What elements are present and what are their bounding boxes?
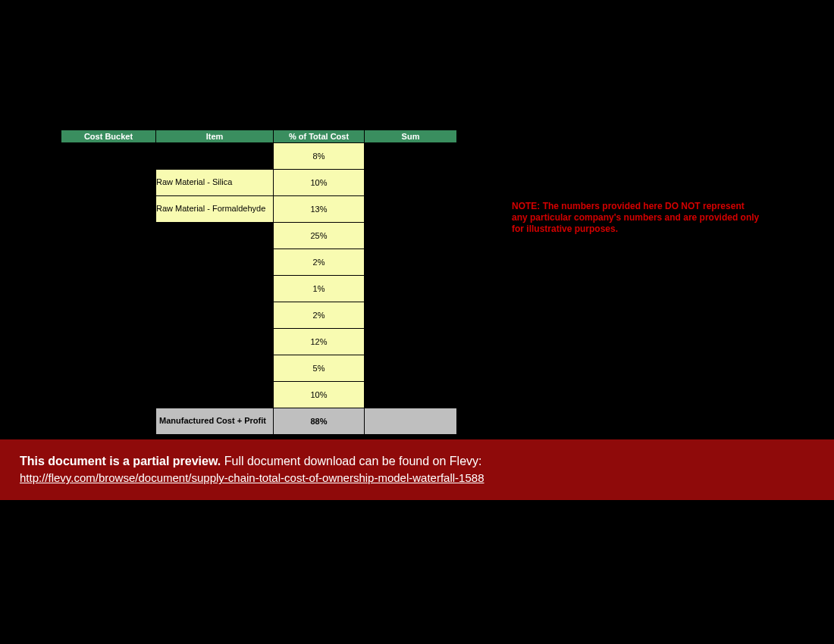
cell-sum (365, 275, 457, 302)
table-row: 25% (61, 222, 457, 249)
cell-item (156, 355, 274, 381)
cell-bucket (61, 275, 156, 302)
table-row: Raw Material - Silica 10% (61, 169, 457, 195)
subtotal-row: Manufactured Cost + Profit 88% (61, 408, 457, 434)
col-header-item: Item (156, 130, 274, 142)
table-row: Raw Material - Formaldehyde 13% (61, 195, 457, 222)
table-row: 10% (61, 381, 457, 408)
cell-item (156, 222, 274, 249)
banner-link[interactable]: http://flevy.com/browse/document/supply-… (20, 471, 484, 484)
banner-bold: This document is a partial preview. (20, 455, 221, 467)
cell-pct: 25% (274, 222, 365, 249)
disclaimer-note: NOTE: The numbers provided here DO NOT r… (512, 201, 762, 235)
subtotal-pct: 88% (274, 408, 365, 434)
cell-bucket (61, 249, 156, 275)
cell-bucket (61, 381, 156, 408)
cell-pct: 2% (274, 249, 365, 275)
cell-pct: 12% (274, 328, 365, 355)
cell-pct: 13% (274, 195, 365, 222)
banner-rest: Full document download can be found on F… (221, 455, 481, 467)
table-header-row: Cost Bucket Item % of Total Cost Sum (61, 130, 457, 142)
cell-pct: 10% (274, 169, 365, 195)
table-row: 2% (61, 249, 457, 275)
cell-pct: 5% (274, 355, 365, 381)
cell-item: Raw Material - Silica (156, 169, 274, 195)
cell-sum (365, 142, 457, 169)
table-row: 8% (61, 142, 457, 169)
cell-bucket (61, 355, 156, 381)
table-row: 1% (61, 275, 457, 302)
cell-pct: 8% (274, 142, 365, 169)
banner-line1: This document is a partial preview. Full… (20, 453, 814, 470)
cell-bucket (61, 142, 156, 169)
col-header-pct: % of Total Cost (274, 130, 365, 142)
cell-item (156, 249, 274, 275)
cell-pct: 2% (274, 302, 365, 328)
col-header-bucket: Cost Bucket (61, 130, 156, 142)
cell-bucket (61, 169, 156, 195)
subtotal-sum (365, 408, 457, 434)
cell-sum (365, 169, 457, 195)
cost-table: Cost Bucket Item % of Total Cost Sum 8% … (61, 130, 457, 435)
cell-sum (365, 302, 457, 328)
cell-sum (365, 195, 457, 222)
col-header-sum: Sum (365, 130, 457, 142)
cell-item (156, 328, 274, 355)
cell-bucket (61, 302, 156, 328)
table-row: 2% (61, 302, 457, 328)
cell-pct: 1% (274, 275, 365, 302)
cell-item (156, 275, 274, 302)
preview-banner: This document is a partial preview. Full… (0, 439, 834, 500)
cell-item (156, 381, 274, 408)
cell-item: Raw Material - Formaldehyde (156, 195, 274, 222)
cell-bucket (61, 408, 156, 434)
cell-bucket (61, 328, 156, 355)
table-row: 12% (61, 328, 457, 355)
cell-item (156, 302, 274, 328)
cell-sum (365, 381, 457, 408)
cell-bucket (61, 222, 156, 249)
subtotal-item: Manufactured Cost + Profit (156, 408, 274, 434)
cell-sum (365, 355, 457, 381)
table-row: 5% (61, 355, 457, 381)
cell-sum (365, 328, 457, 355)
cell-item (156, 142, 274, 169)
cell-pct: 10% (274, 381, 365, 408)
cell-sum (365, 249, 457, 275)
cell-sum (365, 222, 457, 249)
cell-bucket (61, 195, 156, 222)
